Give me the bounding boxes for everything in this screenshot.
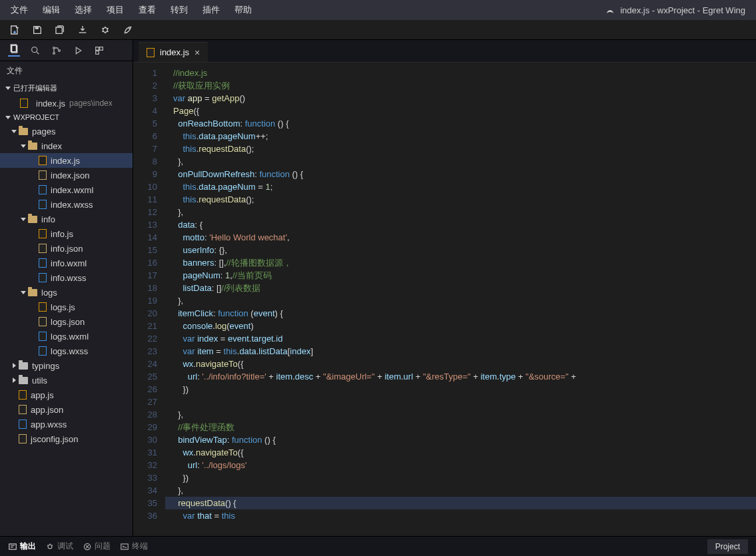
tree-file[interactable]: app.js: [0, 388, 133, 402]
menu-item[interactable]: 帮助: [228, 1, 258, 19]
js-file-icon: [39, 302, 47, 312]
tree-item-label: app.js: [31, 390, 54, 400]
tree-file[interactable]: info.js: [0, 226, 133, 241]
wxml-file-icon: [39, 185, 47, 194]
editor-tabbar: index.js ×: [133, 40, 756, 63]
tree-item-label: app.json: [31, 405, 63, 415]
editor-tab[interactable]: index.js ×: [139, 42, 208, 62]
new-file-icon[interactable]: [9, 25, 20, 35]
tree-file[interactable]: info.json: [0, 241, 133, 256]
tree-item-label: info: [41, 214, 55, 224]
explorer-tab-icon[interactable]: [8, 45, 20, 57]
tree-file[interactable]: app.json: [0, 402, 133, 417]
tree-folder[interactable]: info: [0, 212, 133, 226]
json-file-icon: [39, 244, 47, 253]
svg-point-10: [59, 49, 61, 51]
tree-folder[interactable]: index: [0, 139, 133, 153]
tree-file[interactable]: info.wxml: [0, 256, 133, 270]
menu-item[interactable]: 编辑: [36, 1, 67, 19]
tree-item-label: info.js: [51, 229, 73, 239]
status-debug[interactable]: 调试: [45, 541, 73, 552]
menu-item[interactable]: 插件: [196, 1, 226, 19]
status-terminal[interactable]: 终端: [120, 541, 148, 552]
json-file-icon: [39, 317, 47, 326]
tree-folder[interactable]: logs: [0, 285, 133, 300]
tree-file[interactable]: app.wxss: [0, 417, 133, 431]
open-editor-name: index.js: [36, 99, 65, 109]
app-logo-icon: [605, 5, 615, 15]
extensions-tab-icon[interactable]: [93, 45, 105, 57]
tree-file[interactable]: index.json: [0, 168, 133, 182]
tree-file[interactable]: logs.wxml: [0, 329, 133, 344]
wxss-file-icon: [39, 273, 47, 282]
caret-down-icon: [5, 116, 11, 119]
tree-item-label: index.wxss: [51, 200, 93, 210]
sidebar-tabs: [0, 40, 133, 61]
caret-down-icon: [21, 291, 26, 294]
js-file-icon: [20, 99, 28, 108]
download-icon[interactable]: [77, 25, 88, 35]
tree-item-label: logs: [41, 288, 57, 298]
tree-folder[interactable]: utils: [0, 373, 133, 388]
caret-down-icon: [5, 87, 11, 90]
code-editor[interactable]: 1234567891011121314151617181920212223242…: [133, 63, 756, 536]
search-tab-icon[interactable]: [29, 45, 41, 57]
js-file-icon: [147, 48, 155, 57]
svg-rect-12: [100, 47, 103, 50]
tree-item-label: info.wxss: [51, 273, 86, 283]
svg-rect-1: [13, 31, 16, 32]
menu-item[interactable]: 查看: [132, 1, 163, 19]
caret-down-icon: [21, 144, 26, 148]
svg-point-8: [53, 47, 55, 49]
save-all-icon[interactable]: [55, 25, 65, 35]
tree-item-label: jsconfig.json: [31, 434, 79, 444]
bug-icon[interactable]: [100, 25, 111, 35]
status-output[interactable]: 输出: [8, 541, 36, 552]
tree-folder[interactable]: typings: [0, 358, 133, 373]
open-editors-label: 已打开编辑器: [13, 83, 57, 93]
tree-file[interactable]: logs.json: [0, 314, 133, 329]
tree-item-label: logs.wxml: [51, 332, 89, 342]
window-title-text: index.js - wxProject - Egret Wing: [620, 5, 745, 15]
json-file-icon: [39, 170, 47, 180]
menu-item[interactable]: 项目: [100, 1, 131, 19]
tree-item-label: logs.wxss: [51, 346, 88, 356]
tree-file[interactable]: index.wxss: [0, 197, 133, 212]
git-tab-icon[interactable]: [51, 45, 63, 57]
code-content[interactable]: //index.js//获取应用实例var app = getApp()Page…: [165, 63, 756, 536]
tree-file[interactable]: info.wxss: [0, 270, 133, 285]
menu-item[interactable]: 文件: [4, 1, 35, 19]
js-file-icon: [39, 156, 47, 165]
wxml-file-icon: [39, 332, 47, 341]
editor-tab-label: index.js: [160, 47, 189, 57]
save-icon[interactable]: [32, 25, 43, 35]
close-icon[interactable]: ×: [194, 47, 200, 58]
tree-file[interactable]: logs.js: [0, 300, 133, 314]
status-project-button[interactable]: Project: [707, 539, 748, 554]
open-editor-item[interactable]: index.js pages\index: [0, 96, 133, 111]
caret-right-icon: [13, 363, 16, 368]
menu-bar: 文件编辑选择项目查看转到插件帮助: [4, 1, 258, 19]
project-section[interactable]: WXPROJECT: [0, 111, 133, 124]
debug-tab-icon[interactable]: [72, 45, 84, 57]
tree-item-label: pages: [32, 127, 55, 137]
tree-item-label: index.wxml: [51, 185, 93, 195]
svg-rect-11: [96, 47, 99, 50]
tree-item-label: typings: [32, 361, 59, 371]
tree-item-label: index: [41, 141, 62, 151]
tree-item-label: app.wxss: [31, 419, 67, 429]
svg-rect-2: [35, 27, 39, 29]
title-bar: 文件编辑选择项目查看转到插件帮助 index.js - wxProject - …: [0, 0, 756, 20]
tree-item-label: logs.js: [51, 302, 75, 312]
open-editors-section[interactable]: 已打开编辑器: [0, 81, 133, 96]
rocket-icon[interactable]: [123, 25, 133, 35]
menu-item[interactable]: 转到: [164, 1, 194, 19]
menu-item[interactable]: 选择: [68, 1, 99, 19]
status-problems[interactable]: 问题: [83, 541, 111, 552]
tree-file[interactable]: logs.wxss: [0, 344, 133, 358]
tree-file[interactable]: index.js: [0, 153, 133, 168]
tree-file[interactable]: jsconfig.json: [0, 431, 133, 446]
tree-folder[interactable]: pages: [0, 124, 133, 139]
js-file-icon: [19, 390, 27, 400]
tree-file[interactable]: index.wxml: [0, 182, 133, 197]
